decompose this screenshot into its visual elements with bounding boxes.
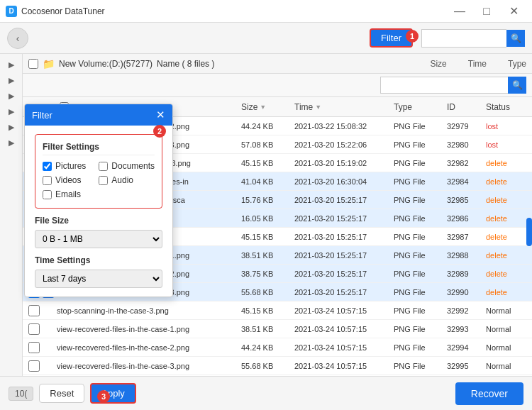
sidebar-item-6[interactable]: ▶ [0,135,22,150]
row-checkbox[interactable] [28,360,40,372]
row-status: delete [486,214,532,223]
col-time-header[interactable]: Time ▼ [294,102,394,112]
file-size-select[interactable]: 0 B - 1 MB [35,230,162,248]
row-time: 2021-03-20 15:25:17 [294,251,394,260]
main-area: ▶ ▶ ▶ ▶ ▶ ▶ 📁 New Volume:(D:)(57277) Nam… [0,54,532,410]
row-type: PNG File [394,159,447,167]
pictures-checkbox[interactable] [43,162,52,171]
file-browser-search-input[interactable] [380,77,508,94]
filter-dialog-title-text: Filter [32,110,52,121]
folder-icon: 📁 [43,58,55,70]
row-filename: view-recovered-files-in-the-case-3.png [57,362,241,370]
window-minimize[interactable]: — [447,4,472,18]
label-2: 2 [153,125,166,138]
documents-checkbox[interactable] [99,162,108,171]
recover-button[interactable]: Recover [455,382,523,405]
filter-dialog: Filter ✕ Filter Settings Pictures Docume… [24,104,173,297]
filter-emails[interactable]: Emails [43,189,93,199]
videos-checkbox[interactable] [43,176,52,185]
row-time: 2021-03-20 16:30:04 [294,177,394,186]
col-status-header[interactable]: Status [486,102,532,112]
row-id: 32982 [447,159,486,167]
toolbar-search: 🔍 [421,29,525,48]
sidebar: ▶ ▶ ▶ ▶ ▶ ▶ [0,54,23,410]
filter-audio[interactable]: Audio [99,175,155,185]
col-size-header[interactable]: Size ▼ [241,102,294,112]
row-size: 44.24 KB [241,122,294,131]
sidebar-item-1[interactable]: ▶ [0,57,22,72]
row-time: 2021-03-20 15:25:17 [294,196,394,204]
filter-dialog-close-button[interactable]: ✕ [156,109,165,121]
row-status: delete [486,177,532,186]
row-filename: view-recovered-files-in-the-case-1.png [57,325,241,333]
emails-checkbox[interactable] [43,190,52,199]
breadcrumb-checkbox[interactable] [28,59,38,69]
filter-dialog-title-bar: Filter ✕ [25,104,172,126]
breadcrumb-volume: New Volume:(D:)(57277) [59,59,153,69]
row-type: PNG File [394,251,447,260]
sidebar-item-2[interactable]: ▶ [0,72,22,88]
file-browser-search-button[interactable]: 🔍 [508,77,526,94]
row-time: 2021-03-22 15:08:32 [294,122,394,131]
label-1: 1 [406,30,419,43]
audio-checkbox[interactable] [99,176,108,185]
row-id: 32988 [447,251,486,260]
window-controls: — □ ✕ [447,4,526,18]
row-size: 44.24 KB [241,343,294,352]
toolbar-search-input[interactable] [421,29,506,48]
filter-settings-title: Filter Settings [43,142,155,155]
col-time-header[interactable]: Time [468,59,487,69]
table-row[interactable]: stop-scanning-in-the-case-3.png 45.15 KB… [23,301,532,320]
file-browser-search-bar: 🔍 [23,74,532,97]
filter-checkboxes: Pictures Documents Videos Audio Emails [43,161,155,199]
col-size-header[interactable]: Size [430,59,446,69]
row-size: 45.15 KB [241,233,294,241]
row-size: 45.15 KB [241,306,294,315]
reset-button[interactable]: Reset [39,384,84,403]
row-filename: view-recovered-files-in-the-case-2.png [57,343,241,352]
row-checkbox[interactable] [28,305,40,316]
app-icon: D [6,6,17,17]
row-id: 32993 [447,325,486,333]
filter-section: Filter Settings Pictures Documents Video… [35,134,162,209]
sidebar-item-4[interactable]: ▶ [0,104,22,119]
row-checkbox[interactable] [28,342,40,353]
breadcrumb-folder: Name ( 8 files ) [157,59,214,69]
col-id-header[interactable]: ID [447,102,486,112]
row-time: 2021-03-24 10:57:15 [294,362,394,370]
window-maximize[interactable]: □ [474,4,499,18]
scroll-indicator[interactable] [526,218,532,246]
filter-pictures[interactable]: Pictures [43,161,93,171]
row-type: PNG File [394,122,447,131]
filter-videos[interactable]: Videos [43,175,93,185]
time-settings-select[interactable]: Last 7 days [35,270,162,288]
row-time: 2021-03-20 15:22:06 [294,140,394,149]
back-button[interactable]: ‹ [7,28,28,49]
table-row[interactable]: view-recovered-files-in-the-case-2.png 4… [23,338,532,357]
row-id: 32984 [447,177,486,186]
table-row[interactable]: view-recovered-files-in-the-case-1.png 3… [23,320,532,338]
row-status: Normal [486,362,532,370]
row-size: 38.75 KB [241,270,294,278]
row-id: 32979 [447,122,486,131]
row-size: 57.08 KB [241,140,294,149]
row-type: PNG File [394,196,447,204]
row-time: 2021-03-20 15:25:17 [294,270,394,278]
filter-documents[interactable]: Documents [99,161,155,171]
row-status: delete [486,288,532,297]
row-id: 32987 [447,233,486,241]
col-type-header[interactable]: Type [508,59,526,69]
row-checkbox[interactable] [28,323,40,335]
bottom-bar: 10( Reset Apply Recover [0,376,532,410]
table-row[interactable]: view-recovered-files-in-the-case-3.png 5… [23,357,532,375]
sidebar-item-3[interactable]: ▶ [0,88,22,104]
row-type: PNG File [394,140,447,149]
row-type: PNG File [394,233,447,241]
row-status: Normal [486,306,532,315]
sidebar-item-5[interactable]: ▶ [0,119,22,135]
toolbar: ‹ Filter 🔍 [0,23,532,54]
toolbar-search-button[interactable]: 🔍 [506,30,525,47]
window-close[interactable]: ✕ [501,4,526,18]
col-type-header[interactable]: Type [394,102,447,112]
row-time: 2021-03-20 15:25:17 [294,214,394,223]
